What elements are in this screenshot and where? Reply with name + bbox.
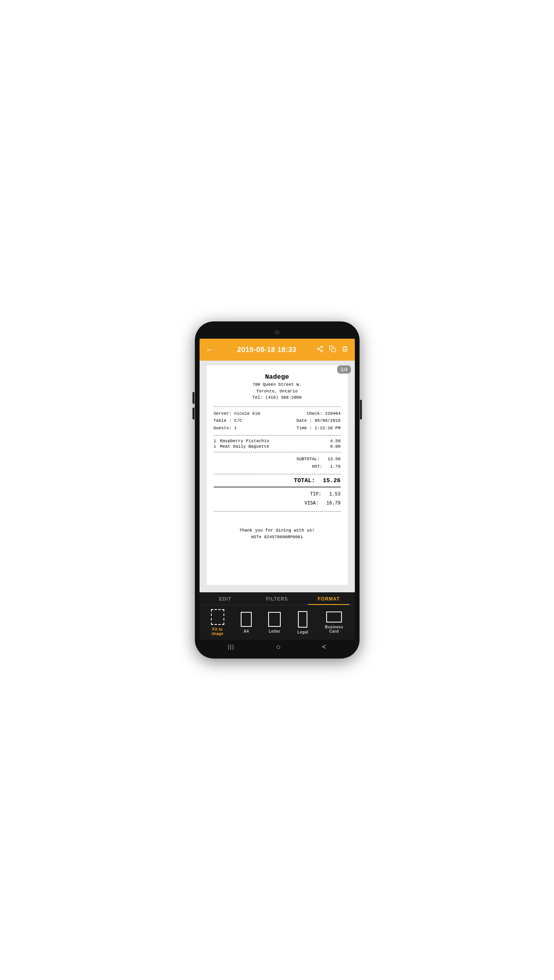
business-name: Nadege [214,373,341,381]
phone-frame: ← 2019-08-18 18:33 [195,321,360,659]
phone-screen: ← 2019-08-18 18:33 [200,326,355,654]
fit-icon [211,609,224,625]
visa-label: VISA: [304,499,318,508]
hst-label: HST: [312,463,322,471]
business-card-icon [326,612,342,622]
divider-2 [214,435,341,436]
total-label: TOTAL: [294,477,315,484]
meta-row-2: Table : C/C Date : 05/06/2016 [214,417,341,425]
a4-icon [241,612,252,627]
guests-info: Guests: 1 [214,425,237,432]
subtotal-value: 13.50 [327,456,340,463]
nav-bar: ||| ○ < [200,640,355,654]
divider-4 [214,474,341,474]
format-a4[interactable]: A4 [241,612,252,633]
footer-line2: HST# 824579890RP0001 [214,534,341,541]
power-button[interactable] [360,400,362,419]
format-fit[interactable]: Fit toimage [211,609,224,636]
item-name-1: Raspberry Pistachio [220,439,269,443]
item-left-1: 1 Raspberry Pistachio [214,439,269,443]
toolbar-tabs: EDIT FILTERS FORMAT [200,592,355,605]
fit-label: Fit toimage [211,627,223,636]
receipt-footer: Thank you for dining with us! HST# 82457… [214,527,341,541]
divider-3 [214,452,341,452]
address-line3: Tel: (416) 368-2009 [214,394,341,401]
hst-row: HST: 1.76 [214,463,341,471]
receipt-area: 1/4 Nadege 780 Queen Street W. Toronto, … [200,361,355,592]
tip-value: 1.53 [329,490,341,499]
back-button[interactable]: ← [206,345,214,355]
camera-area [200,326,355,339]
receipt-paper: Nadege 780 Queen Street W. Toronto, Onta… [207,365,348,585]
top-bar-actions [316,345,349,354]
hst-value: 1.76 [330,463,340,471]
address-line1: 780 Queen Street W. [214,381,341,388]
format-legal[interactable]: Legal [298,611,309,634]
item-qty-1: 1 [214,439,216,443]
svg-point-1 [317,348,319,350]
tab-edit[interactable]: EDIT [200,592,251,605]
tip-row: TIP: 1.53 [214,490,341,499]
volume-down-button[interactable] [193,408,194,419]
item-row-2: 1 Meat Daily Baguette 9.00 [214,444,341,449]
svg-point-2 [321,350,323,352]
divider-5 [214,486,341,488]
total-row: TOTAL: 15.26 [214,477,341,484]
letter-icon [268,612,281,627]
format-options: Fit toimage A4 Letter Legal [200,605,355,640]
a4-label: A4 [243,629,249,633]
svg-rect-5 [331,348,335,352]
receipt-header: Nadege 780 Queen Street W. Toronto, Onta… [214,373,341,401]
item-name-2: Meat Daily Baguette [220,444,269,449]
item-qty-2: 1 [214,444,216,449]
home-nav-button[interactable]: ○ [276,642,281,652]
letter-label: Letter [269,629,280,633]
visa-value: 16.79 [326,499,340,508]
business-card-label: BusinessCard [325,625,343,633]
bottom-toolbar: EDIT FILTERS FORMAT Fit toimage A4 [200,592,355,640]
divider-1 [214,407,341,407]
tip-label: TIP: [310,490,322,499]
time-info: Time : 1:22:18 PM [296,425,340,432]
page-indicator: 1/4 [337,365,351,374]
server-info: Server: nicole kim [214,410,260,417]
visa-row: VISA: 16.79 [214,499,341,508]
total-value: 15.26 [323,477,340,484]
subtotal-label: SUBTOTAL: [296,456,320,463]
receipt-totals: SUBTOTAL: 13.50 HST: 1.76 [214,456,341,471]
camera-lens [275,330,280,335]
back-nav-button[interactable]: < [322,643,326,651]
volume-up-button[interactable] [193,392,194,404]
check-info: Check: 229464 [307,410,341,417]
svg-point-0 [321,346,323,348]
receipt-items: 1 Raspberry Pistachio 4.50 1 Meat Daily … [214,439,341,449]
item-row-1: 1 Raspberry Pistachio 4.50 [214,439,341,443]
svg-line-4 [319,347,321,348]
format-business-card[interactable]: BusinessCard [325,612,343,633]
item-left-2: 1 Meat Daily Baguette [214,444,269,449]
menu-nav-button[interactable]: ||| [228,644,234,650]
meta-row-3: Guests: 1 Time : 1:22:18 PM [214,425,341,432]
svg-line-3 [319,349,321,350]
meta-row-1: Server: nicole kim Check: 229464 [214,410,341,417]
tip-section: TIP: 1.53 VISA: 16.79 [214,490,341,508]
table-info: Table : C/C [214,417,242,425]
share-button[interactable] [316,345,323,354]
copy-button[interactable] [329,345,336,354]
subtotal-row: SUBTOTAL: 13.50 [214,456,341,463]
legal-icon [298,611,307,628]
divider-6 [214,511,341,512]
tab-filters[interactable]: FILTERS [251,592,303,605]
item-price-2: 9.00 [330,444,340,449]
address-line2: Toronto, Ontario [214,388,341,395]
legal-label: Legal [298,630,309,634]
footer-line1: Thank you for dining with us! [214,527,341,534]
date-info: Date : 05/06/2016 [296,417,340,425]
top-bar: ← 2019-08-18 18:33 [200,339,355,361]
receipt-meta: Server: nicole kim Check: 229464 Table :… [214,410,341,432]
document-title: 2019-08-18 18:33 [218,346,316,354]
business-address: 780 Queen Street W. Toronto, Ontario Tel… [214,381,341,401]
format-letter[interactable]: Letter [268,612,281,633]
tab-format[interactable]: FORMAT [303,592,355,605]
delete-button[interactable] [341,345,349,354]
